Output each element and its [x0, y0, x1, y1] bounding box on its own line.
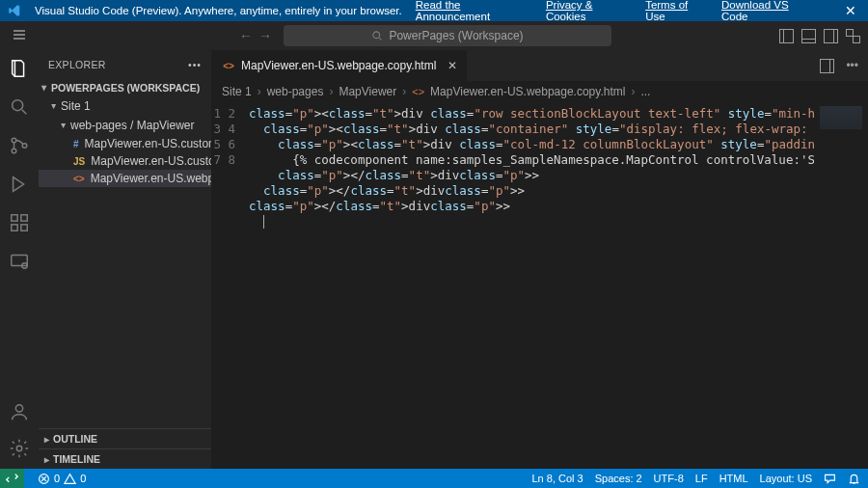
- svg-point-1: [13, 100, 23, 111]
- title-bar: ← → PowerPages (Workspace): [0, 21, 868, 50]
- activity-run-icon[interactable]: [9, 174, 30, 195]
- css-file-icon: #: [73, 139, 79, 149]
- editor-more-icon[interactable]: •••: [846, 59, 858, 72]
- status-spaces[interactable]: Spaces: 2: [595, 473, 642, 484]
- svg-point-4: [22, 144, 27, 149]
- breadcrumb-item[interactable]: MapViewer.en-US.webpage.copy.html: [430, 85, 625, 98]
- code-content[interactable]: class="p"><class="t">div class="row sect…: [245, 102, 814, 469]
- link-download[interactable]: Download VS Code: [721, 0, 814, 22]
- status-language[interactable]: HTML: [719, 473, 748, 484]
- sidebar-more-icon[interactable]: •••: [188, 59, 202, 70]
- announcement-bar: Visual Studio Code (Preview). Anywhere, …: [0, 0, 868, 21]
- line-gutter: 1 2 3 4 5 6 7 8: [212, 102, 245, 469]
- breadcrumb-item[interactable]: Site 1: [222, 85, 252, 98]
- tree-root[interactable]: ▸ Site 1: [39, 96, 211, 116]
- status-problems[interactable]: 0 0: [38, 473, 86, 485]
- nav-back-icon[interactable]: ←: [239, 28, 253, 43]
- tree-file[interactable]: JS MapViewer.en-US.customj...: [39, 152, 211, 170]
- status-bar: 0 0 Ln 8, Col 3 Spaces: 2 UTF-8 LF HTML …: [0, 469, 868, 488]
- editor-body[interactable]: 1 2 3 4 5 6 7 8 class="p"><class="t">div…: [212, 102, 868, 469]
- status-cursor[interactable]: Ln 8, Col 3: [531, 473, 583, 484]
- split-editor-icon[interactable]: [820, 59, 834, 73]
- tree-folder-label: web-pages / MapViewer: [70, 119, 195, 132]
- tree-file-label: MapViewer.en-US.customj...: [91, 154, 211, 168]
- chevron-down-icon: ▸: [49, 104, 60, 109]
- vscode-logo-icon: [8, 4, 21, 17]
- sidebar-timeline-label: TIMELINE: [53, 453, 100, 465]
- sidebar-outline[interactable]: ▸ OUTLINE: [39, 428, 211, 448]
- editor-tabs: <> MapViewer.en-US.webpage.copy.html ✕ •…: [212, 50, 868, 81]
- sidebar-section-label: POWERPAGES (WORKSPACE): [51, 82, 200, 94]
- status-eol[interactable]: LF: [695, 473, 708, 484]
- tree-folder[interactable]: ▸ web-pages / MapViewer: [39, 116, 211, 135]
- status-layout[interactable]: Layout: US: [760, 473, 812, 484]
- chevron-down-icon: ▸: [59, 123, 69, 128]
- html-file-icon: <>: [73, 174, 85, 184]
- status-errors: 0: [54, 473, 60, 484]
- announcement-close-icon[interactable]: ✕: [841, 3, 860, 18]
- minimap[interactable]: [814, 102, 868, 469]
- menu-icon[interactable]: [12, 27, 27, 45]
- link-read-announcement[interactable]: Read the Announcement: [416, 0, 532, 22]
- chevron-right-icon: ▸: [44, 454, 49, 465]
- tree-root-label: Site 1: [61, 99, 91, 113]
- command-center-label: PowerPages (Workspace): [389, 29, 523, 42]
- sidebar-section[interactable]: ▸ POWERPAGES (WORKSPACE): [39, 79, 211, 96]
- sidebar-timeline[interactable]: ▸ TIMELINE: [39, 448, 211, 469]
- chevron-down-icon: ▸: [40, 86, 50, 91]
- html-file-icon: <>: [412, 86, 424, 97]
- editor-tab[interactable]: <> MapViewer.en-US.webpage.copy.html ✕: [212, 50, 468, 81]
- svg-point-3: [12, 149, 16, 153]
- command-center[interactable]: PowerPages (Workspace): [284, 25, 611, 46]
- activity-bar: [0, 50, 39, 469]
- js-file-icon: JS: [73, 156, 85, 167]
- activity-search-icon[interactable]: [9, 96, 30, 118]
- link-privacy[interactable]: Privacy & Cookies: [546, 0, 632, 22]
- sidebar-outline-label: OUTLINE: [53, 433, 97, 445]
- svg-point-2: [12, 138, 16, 143]
- sidebar-title: EXPLORER: [48, 59, 106, 70]
- status-bell-icon[interactable]: [848, 473, 860, 485]
- layout-customize-icon[interactable]: [846, 29, 860, 43]
- svg-rect-9: [12, 256, 28, 266]
- activity-settings-icon[interactable]: [9, 438, 30, 459]
- nav-forward-icon[interactable]: →: [258, 28, 272, 43]
- breadcrumb-item[interactable]: web-pages: [267, 85, 324, 98]
- tree-file-label: MapViewer.en-US.customc...: [85, 137, 211, 150]
- activity-remote-icon[interactable]: [9, 251, 30, 272]
- breadcrumb-item[interactable]: MapViewer: [339, 85, 396, 98]
- svg-rect-8: [21, 215, 27, 221]
- sidebar: EXPLORER ••• ▸ POWERPAGES (WORKSPACE) ▸ …: [39, 50, 212, 469]
- layout-panel-icon[interactable]: [801, 29, 816, 43]
- activity-account-icon[interactable]: [9, 401, 30, 422]
- svg-rect-7: [21, 225, 27, 230]
- announcement-text: Visual Studio Code (Preview). Anywhere, …: [35, 5, 402, 16]
- svg-point-11: [15, 405, 22, 412]
- activity-scm-icon[interactable]: [9, 135, 30, 156]
- layout-sidebar-right-icon[interactable]: [824, 29, 838, 43]
- status-warnings: 0: [80, 473, 86, 484]
- svg-rect-5: [12, 215, 17, 221]
- status-encoding[interactable]: UTF-8: [654, 473, 684, 484]
- chevron-right-icon: ▸: [44, 434, 49, 445]
- tree-file[interactable]: # MapViewer.en-US.customc...: [39, 135, 211, 152]
- activity-explorer-icon[interactable]: [9, 58, 30, 79]
- svg-point-12: [16, 446, 22, 451]
- tree-file[interactable]: <> MapViewer.en-US.webpag...: [39, 170, 211, 187]
- editor-tab-label: MapViewer.en-US.webpage.copy.html: [241, 59, 436, 72]
- status-feedback-icon[interactable]: [824, 473, 836, 485]
- breadcrumbs[interactable]: Site 1› web-pages› MapViewer› <> MapView…: [212, 81, 868, 102]
- tree-file-label: MapViewer.en-US.webpag...: [91, 172, 211, 185]
- breadcrumb-item[interactable]: ...: [640, 85, 650, 98]
- tab-close-icon[interactable]: ✕: [448, 59, 457, 72]
- activity-extensions-icon[interactable]: [9, 212, 30, 233]
- layout-sidebar-left-icon[interactable]: [779, 29, 794, 43]
- svg-point-0: [373, 32, 380, 39]
- svg-rect-6: [12, 225, 17, 230]
- status-remote-icon[interactable]: [0, 469, 24, 488]
- html-file-icon: <>: [222, 61, 235, 71]
- link-terms[interactable]: Terms of Use: [645, 0, 708, 22]
